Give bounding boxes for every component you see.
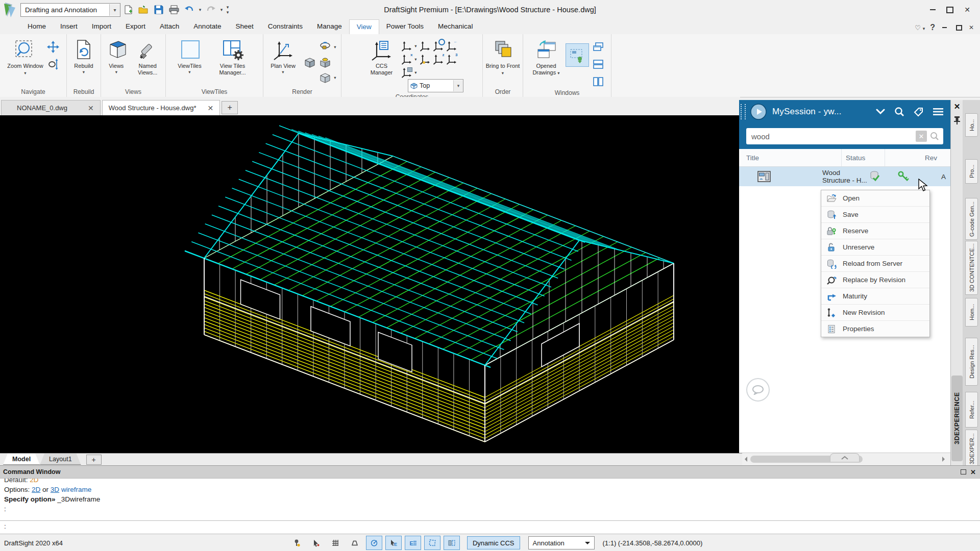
ccs-origin-button[interactable] bbox=[419, 53, 432, 66]
viewtiles-button[interactable]: ViewTiles▾ bbox=[173, 38, 207, 74]
drawing-viewport[interactable] bbox=[0, 115, 739, 453]
workspace-dropdown-arrow[interactable]: ▾ bbox=[109, 4, 120, 16]
undo-dropdown-arrow[interactable]: ▾ bbox=[197, 7, 203, 12]
menu-tab-export[interactable]: Export bbox=[118, 19, 153, 34]
bring-to-front-button[interactable]: Bring to Front ▾ bbox=[485, 38, 521, 76]
context-menu-item-properties[interactable]: Properties bbox=[821, 321, 929, 337]
menu-tab-sheet[interactable]: Sheet bbox=[228, 19, 260, 34]
command-history[interactable]: Default: 2D Options: 2D or 3D wireframe … bbox=[0, 479, 980, 520]
window-preview-button[interactable] bbox=[566, 43, 589, 67]
ccs-rotate-x-button[interactable]: x bbox=[400, 53, 413, 66]
feedback-heart-icon[interactable]: ♡ ▾ bbox=[915, 24, 925, 32]
ccs-previous-button[interactable] bbox=[419, 39, 432, 53]
panel-grip[interactable] bbox=[741, 104, 746, 119]
constrained-orbit-button[interactable] bbox=[318, 40, 332, 54]
rebuild-button[interactable]: Rebuild▾ bbox=[69, 38, 99, 74]
command-input[interactable]: : bbox=[0, 520, 980, 535]
side-tab-g-code-gen[interactable]: G-code Gen... bbox=[965, 198, 978, 240]
new-document-tab-button[interactable]: + bbox=[222, 101, 238, 114]
status-toggle-selection-preview[interactable] bbox=[424, 536, 440, 550]
side-tab-3d-contentce[interactable]: 3D CONTENTCE... bbox=[965, 241, 978, 295]
tile-vertically-button[interactable] bbox=[592, 75, 605, 88]
column-header-title[interactable]: Title bbox=[739, 149, 842, 166]
ccs-zaxis-button[interactable]: z bbox=[432, 53, 445, 66]
cascade-windows-button[interactable] bbox=[592, 40, 605, 54]
sheet-tab-layout1[interactable]: Layout1 bbox=[40, 454, 81, 465]
close-button[interactable]: ✕ bbox=[960, 3, 975, 16]
orbit-dropdown-arrow[interactable]: ▾ bbox=[334, 44, 336, 49]
zoom-dynamic-button[interactable] bbox=[46, 58, 60, 71]
view-preset-dropdown-arrow[interactable]: ▾ bbox=[453, 80, 463, 91]
scroll-right-arrow[interactable] bbox=[942, 457, 947, 462]
add-sheet-button[interactable]: + bbox=[86, 455, 102, 465]
dynamic-ccs-button[interactable]: Dynamic CCS bbox=[467, 536, 520, 549]
search-magnifier-icon[interactable] bbox=[930, 132, 939, 141]
menu-tab-attach[interactable]: Attach bbox=[153, 19, 186, 34]
document-tab[interactable]: NONAME_0.dwg✕ bbox=[1, 100, 101, 115]
command-window-close-button[interactable]: ✕ bbox=[970, 468, 976, 476]
document-tab[interactable]: Wood Structure - House.dwg*✕ bbox=[102, 100, 220, 115]
undo-button[interactable] bbox=[182, 3, 197, 17]
side-tab-3dexper[interactable]: 3DEXPER... bbox=[965, 430, 978, 468]
annotation-scale-select[interactable]: Annotation bbox=[528, 536, 595, 549]
result-row-wood-structure[interactable]: Wood Structure - H... A bbox=[739, 167, 950, 186]
option-2d-link[interactable]: 2D bbox=[32, 486, 40, 493]
panel-pin-icon[interactable] bbox=[953, 115, 961, 124]
ribbon-close-icon[interactable]: ✕ bbox=[969, 24, 974, 31]
ccs-manager-button[interactable]: CCS Manager bbox=[366, 38, 398, 76]
view-preset-select[interactable]: Top ▾ bbox=[408, 79, 463, 92]
ccs-3point-button[interactable]: 3 bbox=[445, 53, 458, 66]
document-tab-close-icon[interactable]: ✕ bbox=[88, 104, 94, 112]
menu-tab-annotate[interactable]: Annotate bbox=[186, 19, 228, 34]
ccs-world-dropdown-arrow[interactable]: ▾ bbox=[414, 43, 416, 48]
menu-tab-mechanical[interactable]: Mechanical bbox=[431, 19, 480, 34]
context-menu-item-replace[interactable]: Replace by Revision bbox=[821, 272, 929, 288]
column-header-rev[interactable]: Rev bbox=[923, 149, 950, 166]
side-tab-pro[interactable]: Pro... bbox=[965, 159, 978, 184]
panel-collapse-button[interactable] bbox=[830, 453, 860, 462]
panel-search-icon[interactable] bbox=[894, 107, 904, 117]
search-field[interactable]: ✕ bbox=[746, 128, 943, 144]
context-menu-item-reload[interactable]: Reload from Server bbox=[821, 256, 929, 272]
ccs-view-dropdown-arrow[interactable]: ▾ bbox=[414, 70, 416, 75]
search-clear-icon[interactable]: ✕ bbox=[916, 131, 927, 142]
panel-collapse-chevron-icon[interactable] bbox=[876, 109, 885, 115]
opened-drawings-button[interactable]: Opened Drawings ▾ bbox=[529, 38, 563, 76]
open-file-button[interactable] bbox=[136, 3, 151, 17]
panel-tag-icon[interactable] bbox=[914, 107, 924, 117]
workspace-selector[interactable]: Drafting and Annotation ▾ bbox=[20, 3, 120, 17]
status-toggle-entity-tracking[interactable]: E bbox=[405, 536, 421, 550]
panel-horizontal-scrollbar[interactable] bbox=[739, 453, 950, 465]
wireframe-view-button[interactable] bbox=[318, 71, 332, 84]
redo-button[interactable] bbox=[203, 3, 218, 17]
ribbon-minimize-button[interactable] bbox=[940, 23, 949, 32]
menu-tab-home[interactable]: Home bbox=[20, 19, 53, 34]
save-button[interactable] bbox=[151, 3, 166, 17]
redo-dropdown-arrow[interactable]: ▾ bbox=[218, 7, 225, 12]
ccs-named-button[interactable] bbox=[432, 39, 445, 53]
chat-bubble-button[interactable] bbox=[746, 378, 770, 402]
maximize-button[interactable] bbox=[942, 3, 958, 16]
document-tab-close-icon[interactable]: ✕ bbox=[207, 104, 213, 112]
customize-quick-toolbar-arrow[interactable]: ▾▾ bbox=[225, 5, 231, 15]
views-button[interactable]: Views▾ bbox=[103, 38, 130, 74]
menu-tab-import[interactable]: Import bbox=[85, 19, 118, 34]
status-toggle-polar-tracking[interactable] bbox=[366, 536, 382, 550]
panel-menu-hamburger-icon[interactable] bbox=[933, 108, 943, 116]
menu-tab-power-tools[interactable]: Power Tools bbox=[379, 19, 431, 34]
ccs-world-button[interactable] bbox=[400, 39, 413, 53]
hidden-view-button[interactable] bbox=[318, 56, 332, 69]
side-tab-hom[interactable]: Hom... bbox=[965, 298, 978, 327]
plan-view-button[interactable]: Plan View▾ bbox=[267, 38, 300, 74]
help-icon[interactable]: ? bbox=[930, 23, 935, 32]
command-window-float-button[interactable] bbox=[961, 469, 966, 474]
status-toggle-snap[interactable] bbox=[288, 536, 305, 550]
context-menu-item-unreserve[interactable]: Unreserve bbox=[821, 239, 929, 256]
sheet-tab-model[interactable]: Model bbox=[3, 454, 40, 465]
ccs-entity-button[interactable]: ← bbox=[445, 39, 458, 53]
status-toggle-grid[interactable] bbox=[327, 536, 344, 550]
context-menu-item-save[interactable]: Save bbox=[821, 207, 929, 223]
menu-tab-view[interactable]: View bbox=[349, 19, 379, 34]
view-style-dropdown-arrow[interactable]: ▾ bbox=[334, 75, 336, 80]
panel-close-icon[interactable]: ✕ bbox=[951, 102, 963, 111]
